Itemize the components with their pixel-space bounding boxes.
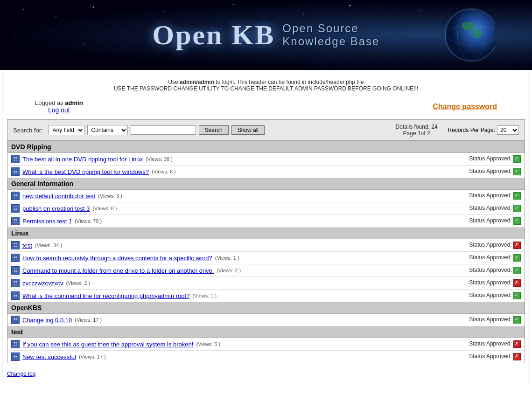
article-link[interactable]: New test successful [22, 353, 76, 360]
article-row: ☷ How to search recursivly through a dri… [7, 252, 525, 264]
article-row: ☷ New test successful (Views: 17 ) Statu… [7, 351, 525, 363]
article-views: (Views: 34 ) [35, 242, 62, 248]
article-views: (Views: 17 ) [75, 317, 102, 323]
status-cell: Status Approved: [421, 314, 525, 326]
login-info: Logged as admin Log out [35, 99, 83, 114]
article-icon: ☷ [11, 254, 20, 262]
status-label: Status Approved: [469, 292, 511, 298]
search-field-select[interactable]: Any field Title Content [49, 125, 84, 135]
article-link[interactable]: If you can see this as guest then the ap… [22, 341, 193, 348]
search-condition-select[interactable]: Contains Starts with Ends with [87, 125, 128, 135]
status-cell: Status Approved: [421, 215, 525, 228]
page-header: Open KB Open Source Knowledge Base [0, 0, 532, 70]
article-row: ☷ test (Views: 34 ) Status Approved: [7, 239, 525, 252]
status-label: Status Approved: [469, 316, 511, 323]
article-cell: ☷ publish on creation test 3 (Views: 8 ) [7, 202, 421, 215]
article-link[interactable]: Command to mount a folder from one drive… [22, 267, 214, 274]
category-row: DVD Ripping [7, 141, 525, 153]
article-link[interactable]: How to search recursivly through a drive… [22, 255, 212, 262]
search-bar: Search for: Any field Title Content Cont… [7, 119, 525, 141]
change-password-link[interactable]: Change password [433, 103, 497, 111]
article-cell: ☷ What is the command line for reconfigu… [7, 290, 421, 302]
header-title: Open KB [153, 19, 275, 51]
article-views: (Views: 5 ) [196, 341, 220, 347]
article-link[interactable]: Permissions test 1 [22, 218, 72, 225]
category-name: Linux [7, 228, 525, 239]
article-icon: ☷ [11, 340, 20, 348]
article-icon: ☷ [11, 155, 20, 163]
search-input[interactable] [131, 125, 196, 135]
article-row: ☷ If you can see this as guest then the … [7, 338, 525, 351]
status-cell: Status Approved: [421, 252, 525, 264]
article-row: ☷ Command to mount a folder from one dri… [7, 264, 525, 277]
article-views: (Views: 38 ) [146, 156, 173, 162]
footer: Change log [7, 369, 525, 379]
article-row: ☷ Permissions test 1 (Views: 70 ) Status… [7, 215, 525, 228]
status-approved-icon [513, 155, 521, 163]
article-views: (Views: 1 ) [215, 255, 239, 261]
page-info: Page 1of 2 [396, 130, 438, 137]
article-views: (Views: 6 ) [152, 169, 176, 174]
status-label: Status Approved: [469, 205, 511, 211]
svg-point-9 [303, 14, 304, 14]
login-bar: Logged as admin Log out Change password [7, 99, 525, 114]
status-rejected-icon [513, 353, 521, 360]
article-views: (Views: 1 ) [192, 293, 217, 298]
article-views: (Views: 2 ) [217, 268, 241, 273]
article-icon: ☷ [11, 167, 20, 176]
status-label: Status Approved: [469, 353, 511, 359]
article-link[interactable]: What is the best DVD ripping tool for wi… [22, 168, 149, 175]
notice-bar: Use admin/admin to login. This header ca… [7, 77, 525, 94]
category-row: test [7, 326, 525, 338]
article-cell: ☷ test (Views: 34 ) [7, 239, 421, 252]
articles-table: DVD Ripping ☷ The best all in one DVD ri… [7, 141, 525, 363]
logged-username: admin [65, 99, 83, 106]
records-per-page-label: Records Per Page: [448, 127, 495, 133]
status-cell: Status Approved: [421, 351, 525, 363]
article-icon: ☷ [11, 316, 20, 324]
category-name: test [7, 326, 525, 338]
svg-point-4 [23, 9, 24, 10]
article-link[interactable]: The best all in one DVD ripping tool for… [22, 156, 143, 163]
article-views: (Views: 17 ) [79, 354, 106, 359]
details-found: Details found: 24 [396, 124, 438, 130]
status-cell: Status Approved: [421, 190, 525, 202]
article-views: (Views: 2 ) [66, 280, 90, 286]
credentials-text: admin/admin [180, 79, 214, 85]
status-approved-icon [513, 254, 521, 262]
article-cell: ☷ Change log 0.0.10 (Views: 17 ) [7, 314, 421, 326]
status-cell: Status Approved: [421, 264, 525, 277]
article-cell: ☷ If you can see this as guest then the … [7, 338, 421, 351]
changelog-link[interactable]: Change log [7, 371, 35, 377]
article-row: ☷ The best all in one DVD ripping tool f… [7, 153, 525, 166]
article-link[interactable]: Change log 0.0.10 [22, 317, 72, 324]
search-button[interactable]: Search [199, 125, 229, 135]
status-cell: Status Approved: [421, 166, 525, 178]
search-info: Details found: 24 Page 1of 2 [396, 124, 438, 137]
article-link[interactable]: test [22, 242, 32, 249]
article-link[interactable]: What is the command line for reconfiguri… [22, 292, 189, 299]
article-link[interactable]: zxcczwzcvzxcv [22, 280, 63, 287]
article-link[interactable]: new default contributor test [22, 193, 95, 200]
svg-point-13 [84, 44, 84, 45]
status-approved-icon [513, 217, 521, 225]
article-cell: ☷ How to search recursivly through a dri… [7, 252, 421, 264]
status-rejected-icon [513, 279, 521, 287]
logout-link[interactable]: Log out [35, 106, 83, 114]
status-approved-icon [513, 292, 521, 299]
article-cell: ☷ New test successful (Views: 17 ) [7, 351, 421, 363]
article-views: (Views: 8 ) [93, 206, 117, 211]
svg-point-10 [350, 5, 351, 7]
svg-point-11 [420, 10, 420, 11]
status-label: Status Approved: [469, 279, 511, 286]
status-approved-icon [513, 168, 521, 175]
article-row: ☷ zxcczwzcvzxcv (Views: 2 ) Status Appro… [7, 277, 525, 290]
show-all-button[interactable]: Show all [231, 125, 265, 135]
main-container: Use admin/admin to login. This header ca… [2, 72, 530, 384]
category-name: OpenKBS [7, 302, 525, 314]
article-icon: ☷ [11, 353, 20, 361]
article-icon: ☷ [11, 204, 20, 213]
article-row: ☷ What is the command line for reconfigu… [7, 290, 525, 302]
article-link[interactable]: publish on creation test 3 [22, 205, 90, 212]
records-per-page-select[interactable]: 10 20 50 100 [497, 125, 519, 135]
